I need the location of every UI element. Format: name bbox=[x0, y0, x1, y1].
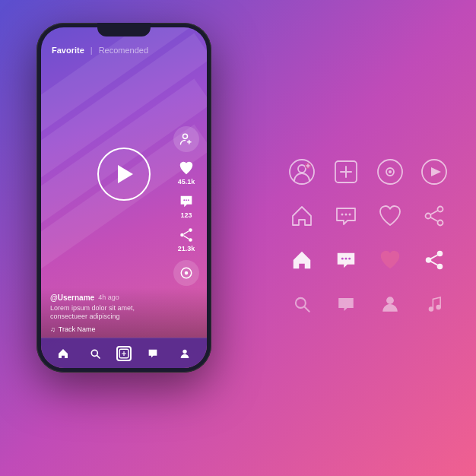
svg-point-48 bbox=[436, 305, 441, 310]
icon-music-circle bbox=[371, 153, 409, 191]
user-nav-icon bbox=[179, 347, 191, 360]
play-area: 45.1k 123 bbox=[41, 61, 207, 287]
follow-action[interactable] bbox=[173, 126, 199, 152]
svg-point-30 bbox=[349, 214, 351, 216]
svg-line-7 bbox=[184, 231, 189, 234]
home-outline-icon bbox=[290, 204, 314, 228]
home-solid-icon bbox=[290, 249, 313, 271]
comment-action[interactable]: 123 bbox=[178, 193, 195, 219]
comment-count: 123 bbox=[180, 211, 192, 219]
svg-point-28 bbox=[341, 214, 344, 216]
nav-home[interactable] bbox=[52, 343, 74, 364]
nav-add[interactable] bbox=[116, 346, 132, 361]
svg-point-38 bbox=[348, 258, 351, 260]
music-icon-bg bbox=[173, 260, 199, 286]
add-square-outline-icon bbox=[332, 158, 360, 186]
user-small-icon bbox=[380, 294, 400, 314]
music-circle-outline-icon bbox=[376, 158, 404, 186]
tab-recommended[interactable]: Recomended bbox=[99, 46, 148, 55]
svg-point-31 bbox=[438, 207, 443, 212]
music-note-small-icon bbox=[424, 294, 444, 314]
chat-solid-icon bbox=[335, 249, 357, 271]
time-text: 4h ago bbox=[98, 294, 119, 301]
icons-showcase bbox=[283, 153, 453, 323]
share-icon bbox=[178, 227, 195, 243]
svg-point-0 bbox=[183, 134, 188, 138]
user-add-icon-bg bbox=[173, 126, 199, 152]
music-disc-icon bbox=[179, 266, 193, 280]
svg-point-47 bbox=[429, 306, 434, 312]
home-nav-icon bbox=[57, 347, 69, 360]
svg-line-45 bbox=[304, 306, 309, 312]
bottom-nav bbox=[41, 338, 207, 368]
svg-line-42 bbox=[430, 255, 437, 259]
svg-point-6 bbox=[189, 238, 192, 242]
svg-line-35 bbox=[430, 217, 438, 221]
svg-point-18 bbox=[298, 165, 306, 173]
nav-chat[interactable] bbox=[142, 343, 163, 364]
phone-content: 45.1k 123 bbox=[41, 61, 207, 368]
like-action[interactable]: 45.1k bbox=[178, 160, 195, 186]
svg-point-33 bbox=[438, 221, 443, 226]
video-info: @Username 4h ago Lorem ipsum dolor sit a… bbox=[41, 287, 207, 338]
icon-add-square bbox=[327, 153, 365, 191]
phone-mockup: Favorite | Recomended bbox=[36, 23, 211, 373]
tab-divider: | bbox=[90, 46, 93, 55]
icon-home-solid bbox=[283, 241, 321, 279]
icon-user-small bbox=[371, 285, 409, 323]
tab-favorite[interactable]: Favorite bbox=[52, 46, 84, 55]
chat-bubble-outline-icon bbox=[334, 204, 358, 228]
like-count: 45.1k bbox=[178, 178, 195, 186]
svg-line-12 bbox=[97, 355, 100, 357]
svg-point-3 bbox=[188, 199, 189, 201]
icon-music-small bbox=[415, 285, 453, 323]
track-row: ♫ Track Name bbox=[50, 325, 198, 333]
svg-point-10 bbox=[185, 271, 189, 275]
user-circle-outline-icon bbox=[288, 158, 316, 186]
add-nav-icon bbox=[119, 348, 129, 359]
icon-share-solid bbox=[415, 241, 453, 279]
play-icon bbox=[118, 165, 133, 183]
comment-icon bbox=[178, 193, 195, 210]
right-actions: 45.1k 123 bbox=[173, 126, 199, 286]
svg-point-37 bbox=[345, 258, 347, 260]
share-count: 21.3k bbox=[178, 245, 195, 252]
svg-point-16 bbox=[182, 349, 186, 353]
heart-icon bbox=[178, 160, 195, 176]
heart-solid-icon bbox=[379, 249, 401, 271]
search-small-icon bbox=[292, 294, 312, 314]
svg-point-25 bbox=[389, 170, 392, 173]
svg-line-34 bbox=[430, 211, 438, 214]
play-button[interactable] bbox=[97, 148, 151, 201]
icon-chat-outline bbox=[327, 197, 365, 235]
svg-line-43 bbox=[430, 262, 437, 265]
icon-user-circle bbox=[283, 153, 321, 191]
icon-search-small bbox=[283, 285, 321, 323]
track-name: Track Name bbox=[59, 325, 96, 333]
svg-point-5 bbox=[180, 233, 184, 237]
user-add-icon bbox=[179, 132, 193, 146]
icon-play-circle bbox=[415, 153, 453, 191]
music-action[interactable] bbox=[173, 260, 199, 286]
svg-point-36 bbox=[341, 258, 344, 260]
share-solid-icon bbox=[423, 249, 446, 271]
phone-frame: Favorite | Recomended bbox=[36, 23, 211, 373]
comment-small-icon bbox=[336, 294, 356, 314]
svg-point-29 bbox=[345, 214, 347, 216]
icon-comment-small bbox=[327, 285, 365, 323]
nav-search[interactable] bbox=[84, 343, 106, 364]
svg-line-8 bbox=[184, 236, 189, 239]
svg-point-32 bbox=[426, 214, 431, 219]
nav-profile[interactable] bbox=[174, 343, 195, 364]
phone-screen: Favorite | Recomended bbox=[41, 27, 207, 368]
share-action[interactable]: 21.3k bbox=[178, 227, 195, 252]
phone-notch bbox=[97, 23, 151, 36]
username-text[interactable]: @Username bbox=[50, 294, 94, 302]
search-nav-icon bbox=[89, 347, 101, 360]
username-row: @Username 4h ago bbox=[50, 294, 198, 302]
description-text: Lorem ipsum dolor sit amet,consectueer a… bbox=[50, 304, 198, 322]
svg-point-17 bbox=[290, 160, 314, 184]
svg-point-4 bbox=[189, 228, 192, 232]
share-outline-icon bbox=[422, 204, 446, 228]
chat-nav-icon bbox=[147, 347, 159, 360]
